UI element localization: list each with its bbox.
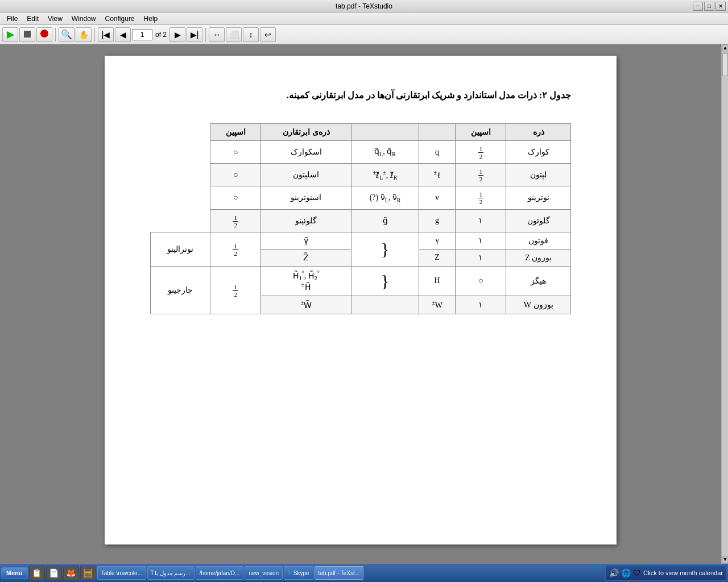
menu-view[interactable]: View: [43, 14, 67, 24]
prev-page-button[interactable]: ◀: [115, 27, 131, 42]
separator-1: [55, 28, 56, 41]
start-button[interactable]: Menu: [1, 567, 28, 579]
taskbar-icon-1-img: 📋: [32, 568, 42, 577]
main-area: جدول ۲: ذرات مدل استاندارد و شریک ابرتقا…: [0, 44, 728, 564]
table-row: نوترینو 12 ν ν̃L, ν̃R (?) اسنوترینو ○: [151, 186, 571, 209]
rotate-button[interactable]: ↩: [260, 27, 276, 42]
fit-page-button[interactable]: ⬜: [226, 27, 242, 42]
col-particle: ذره: [506, 124, 571, 141]
taskbar-btn-1[interactable]: Table \rowcolo...: [97, 566, 146, 580]
separator-3: [205, 28, 206, 41]
rotate-icon: ↩: [264, 30, 271, 39]
menu-window[interactable]: Window: [67, 14, 101, 24]
fit-width-button[interactable]: ↔: [209, 27, 225, 42]
particle-table: ذره اسپین ذره‌ی ابرتقارن اسپین کوارک 12 …: [150, 123, 571, 314]
titlebar: tab.pdf - TeXstudio − □ ✕: [0, 0, 728, 13]
taskbar-system-tray: 🔊 🌐 🛡 Click to view month calendar: [605, 565, 727, 581]
next-end-icon: ▶|: [191, 30, 199, 39]
minimize-button[interactable]: −: [693, 2, 703, 11]
menu-configure[interactable]: Configure: [101, 14, 139, 24]
table-row: فوتون ۱ γ { γ̃ 12 نوترالینو: [151, 232, 571, 249]
next-icon: ▶: [175, 30, 181, 39]
pdf-icon: [40, 30, 48, 39]
prev-icon: ◀: [120, 30, 126, 39]
stop-icon: [24, 30, 31, 39]
taskbar-btn-skype[interactable]: SSkype: [284, 566, 313, 580]
tray-icon-1[interactable]: 🔊: [609, 568, 619, 577]
taskbar-icon-2[interactable]: 📄: [46, 566, 62, 580]
hand-button[interactable]: ✋: [76, 27, 92, 42]
maximize-button[interactable]: □: [704, 2, 714, 11]
system-clock[interactable]: Click to view month calendar: [643, 569, 723, 576]
close-button[interactable]: ✕: [715, 2, 726, 11]
hand-icon: ✋: [79, 30, 89, 39]
scrollbar-up-button[interactable]: ▲: [722, 44, 728, 52]
fit-height-button[interactable]: ↕: [243, 27, 259, 42]
vertical-scrollbar[interactable]: ▲ ▼: [721, 44, 728, 564]
page-number-input[interactable]: [132, 29, 152, 40]
separator-2: [94, 28, 95, 41]
skype-icon: S: [288, 570, 292, 576]
table-row: گلوئون ۱ g g̃ گلوئینو 12: [151, 209, 571, 232]
taskbar-btn-2[interactable]: رسم جدول با آ...: [147, 566, 195, 580]
taskbar-icon-3[interactable]: 🦊: [63, 566, 79, 580]
fit-width-icon: ↔: [213, 30, 221, 39]
page-total-label: of 2: [154, 31, 168, 39]
play-icon: ▶: [7, 29, 14, 40]
start-label: Menu: [6, 569, 23, 576]
menu-edit[interactable]: Edit: [22, 14, 43, 24]
menu-file[interactable]: File: [2, 14, 22, 24]
scrollbar-down-button[interactable]: ▼: [722, 556, 728, 564]
col-sparticle: ذره‌ی ابرتقارن: [261, 124, 351, 141]
zoom-icon: 🔍: [61, 29, 72, 40]
table-row: لپتون 12 ℓ± ℓ̃L±, ℓ̃R± اسلپتون ○: [151, 164, 571, 186]
menubar: File Edit View Window Configure Help: [0, 13, 728, 25]
fit-height-icon: ↕: [249, 30, 253, 39]
taskbar-btn-3[interactable]: /home/jafari/D...: [196, 566, 244, 580]
col-sspin: اسپین: [210, 124, 261, 141]
pdf-page: جدول ۲: ذرات مدل استاندارد و شریک ابرتقا…: [105, 56, 617, 544]
table-caption: جدول ۲: ذرات مدل استاندارد و شریک ابرتقا…: [150, 90, 571, 101]
zoom-button[interactable]: 🔍: [59, 27, 75, 42]
pdf-button[interactable]: [36, 27, 52, 42]
taskbar-icon-3-img: 🦊: [66, 568, 76, 577]
stop-button[interactable]: [19, 27, 35, 42]
prev-page-start-button[interactable]: |◀: [98, 27, 114, 42]
taskbar-icon-2-img: 📄: [49, 568, 59, 577]
taskbar: Menu 📋 📄 🦊 🧮 Table \rowcolo... رسم جدول …: [0, 564, 728, 582]
menu-help[interactable]: Help: [139, 14, 163, 24]
scrollbar-thumb[interactable]: [722, 53, 728, 76]
next-page-button[interactable]: ▶: [169, 27, 185, 42]
fit-page-icon: ⬜: [229, 30, 239, 39]
col-spin: اسپین: [456, 124, 506, 141]
taskbar-icon-4[interactable]: 🧮: [80, 566, 96, 580]
taskbar-icon-4-img: 🧮: [83, 568, 93, 577]
col-symbol: [419, 124, 456, 141]
table-row: کوارک 12 q q̃L, q̃R اسکوارک ○: [151, 141, 571, 164]
document-area[interactable]: جدول ۲: ذرات مدل استاندارد و شریک ابرتقا…: [0, 44, 721, 564]
taskbar-btn-texstudio[interactable]: tab.pdf - TeXst...: [315, 566, 364, 580]
taskbar-icon-1[interactable]: 📋: [29, 566, 45, 580]
next-page-end-button[interactable]: ▶|: [187, 27, 202, 42]
tray-icon-2[interactable]: 🌐: [621, 568, 631, 577]
prev-start-icon: |◀: [102, 30, 110, 39]
taskbar-btn-4[interactable]: new_vesion: [245, 566, 283, 580]
toolbar: ▶ 🔍 ✋ |◀ ◀ of 2 ▶ ▶| ↔ ⬜ ↕ ↩: [0, 25, 728, 44]
tray-icon-3[interactable]: 🛡: [633, 568, 641, 577]
window-title: tab.pdf - TeXstudio: [336, 2, 392, 10]
table-row: هیگز ○ H { H̃1°, H̃2°H̃± 12 چارجینو: [151, 266, 571, 296]
col-sparticle-sym: [351, 124, 419, 141]
play-button[interactable]: ▶: [2, 27, 18, 42]
